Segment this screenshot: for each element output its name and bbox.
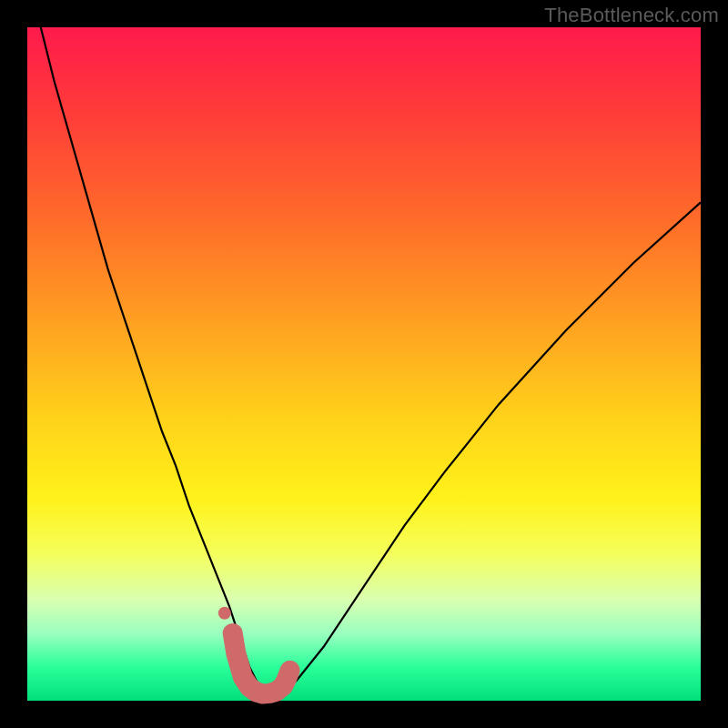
marker-stroke	[233, 633, 290, 694]
marker-dot	[218, 607, 231, 620]
bottleneck-range-markers	[218, 607, 290, 694]
chart-canvas: TheBottleneck.com	[0, 0, 728, 728]
plot-area	[27, 27, 701, 701]
bottleneck-curve	[27, 0, 701, 694]
watermark-text: TheBottleneck.com	[544, 4, 719, 27]
curve-svg	[27, 27, 701, 701]
